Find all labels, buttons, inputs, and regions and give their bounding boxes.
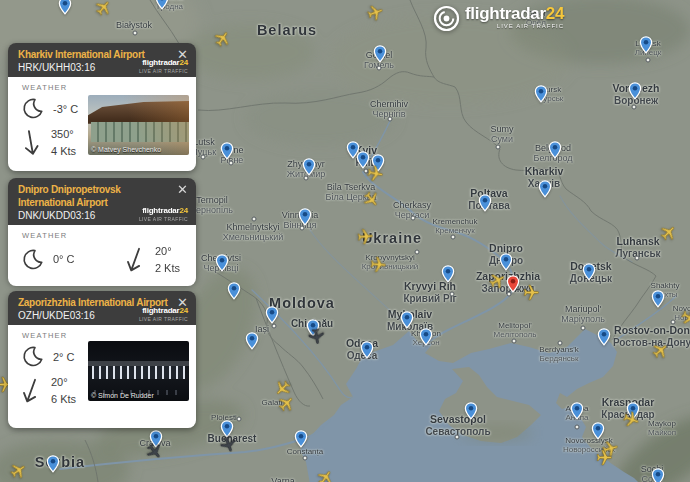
airport-pin-blue[interactable] — [302, 158, 317, 177]
airport-panel-kharkiv: Kharkiv International Airport HRK/UKHH03… — [8, 43, 196, 171]
aircraft-icon[interactable] — [6, 458, 30, 482]
airport-pin-blue[interactable] — [651, 468, 666, 482]
airport-pin-blue[interactable] — [298, 208, 313, 227]
airport-pin-blue[interactable] — [548, 141, 563, 160]
panel-brand-logo: flightradar24LIVE AIR TRAFFIC — [139, 52, 188, 74]
airport-pin-blue[interactable] — [591, 422, 606, 441]
airport-pin-blue[interactable] — [155, 0, 170, 11]
airport-pin-blue[interactable] — [651, 290, 666, 309]
aircraft-icon[interactable] — [596, 449, 613, 466]
city-dot — [455, 435, 460, 440]
aircraft-icon[interactable] — [210, 26, 234, 50]
city-dot — [388, 117, 393, 122]
moon-icon — [20, 248, 44, 272]
airport-pin-blue[interactable] — [538, 180, 553, 199]
aircraft-icon[interactable] — [313, 465, 337, 482]
temperature-row: -3° C — [20, 97, 78, 121]
wind-arrow-icon — [120, 243, 150, 277]
aircraft-icon[interactable] — [677, 305, 690, 328]
aircraft-icon[interactable] — [523, 284, 540, 301]
aircraft-icon[interactable] — [365, 163, 385, 183]
airport-pin-blue[interactable] — [597, 328, 612, 347]
wind-speed-value: 2 Kts — [155, 260, 180, 277]
city-label: Berdyans'kБердянськ — [539, 346, 578, 364]
country-label: Belarus — [257, 22, 317, 38]
airport-pin-blue[interactable] — [360, 341, 375, 360]
weather-label: WEATHER — [22, 231, 188, 240]
airport-pin-blue[interactable] — [400, 311, 415, 330]
airport-photo: © Simon De Rudder — [88, 341, 189, 401]
airport-pin-blue[interactable] — [464, 402, 479, 421]
temperature-value: 2° C — [53, 349, 75, 366]
city-dot — [646, 58, 651, 63]
airport-pin-blue[interactable] — [570, 402, 585, 421]
city-dot — [558, 341, 563, 346]
airport-pin-blue[interactable] — [373, 45, 388, 64]
airport-pin-blue[interactable] — [478, 194, 493, 213]
city-dot — [415, 250, 420, 255]
airport-pin-blue[interactable] — [227, 282, 242, 301]
airport-pin-blue[interactable] — [639, 36, 654, 55]
moon-icon — [20, 97, 44, 121]
temperature-row: 0° C — [20, 243, 75, 276]
wind-speed-value: 6 Kts — [51, 391, 76, 408]
brand-text: flightradar24 — [465, 5, 564, 22]
airport-pin-blue[interactable] — [265, 306, 280, 325]
city-label: Białystok — [116, 20, 152, 30]
city-dot — [635, 256, 640, 261]
city-dot — [451, 235, 456, 240]
airport-pin-blue[interactable] — [245, 332, 260, 351]
city-label: KhmelnytskyiХмельницький — [223, 222, 284, 242]
airport-pin-blue[interactable] — [419, 328, 434, 347]
city-dot — [450, 292, 455, 297]
aircraft-icon[interactable] — [369, 255, 387, 273]
close-icon[interactable]: ✕ — [177, 183, 188, 196]
panel-brand-logo: flightradar24LIVE AIR TRAFFIC — [139, 300, 188, 322]
airport-photo: © Matvey Shevchenko — [88, 95, 189, 155]
airport-pin-blue[interactable] — [628, 82, 643, 101]
wind-direction-value: 350° — [51, 126, 76, 143]
aircraft-icon[interactable] — [356, 227, 374, 245]
brand-tagline: LIVE AIR TRAFFIC — [465, 23, 564, 29]
panel-body: WEATHER 2° C 20° 6 Kts © Simon — [8, 325, 196, 428]
airport-pin-blue[interactable] — [441, 265, 456, 284]
temperature-row: 2° C — [20, 345, 76, 369]
moon-icon — [20, 345, 44, 369]
city-dot — [671, 320, 676, 325]
city-dot — [512, 339, 517, 344]
wind-arrow-icon — [16, 374, 46, 408]
wind-row: 20° 6 Kts — [20, 374, 76, 407]
city-dot — [496, 145, 501, 150]
city-dot — [133, 31, 138, 36]
wind-direction-value: 20° — [51, 374, 76, 391]
city-dot — [581, 326, 586, 331]
city-dot — [575, 425, 580, 430]
city-label: Mariupol'Маріуполь — [561, 304, 605, 324]
city-dot — [377, 66, 382, 71]
airport-pin-blue[interactable] — [58, 0, 73, 16]
airport-pin-blue[interactable] — [534, 85, 549, 104]
aircraft-icon[interactable] — [656, 220, 680, 244]
city-label: Varna — [271, 476, 294, 482]
wind-speed-value: 4 Kts — [51, 143, 76, 160]
weather-label: WEATHER — [22, 331, 188, 340]
aircraft-icon[interactable] — [91, 0, 115, 19]
city-dot — [237, 417, 242, 422]
airport-panel-dnipro: Dnipro Dnipropetrovsk International Airp… — [8, 178, 196, 284]
city-dot — [632, 105, 637, 110]
aircraft-icon[interactable] — [648, 338, 672, 362]
airport-pin-blue[interactable] — [220, 142, 235, 161]
airport-pin-blue[interactable] — [294, 430, 309, 449]
airport-pin-blue[interactable] — [215, 254, 230, 273]
airport-pin-blue[interactable] — [46, 455, 61, 474]
aircraft-icon[interactable] — [364, 1, 386, 23]
city-label: MaykopМайкоп — [648, 420, 676, 438]
panel-body: WEATHER -3° C 350° 4 Kts © Mat — [8, 77, 196, 171]
flightradar24-logo[interactable]: flightradar24 LIVE AIR TRAFFIC — [433, 5, 564, 32]
airport-pin-blue[interactable] — [582, 263, 597, 282]
panel-header: Dnipro Dnipropetrovsk International Airp… — [8, 178, 196, 225]
photo-credit: © Matvey Shevchenko — [91, 146, 161, 153]
aircraft-icon[interactable] — [306, 326, 326, 346]
city-dot — [411, 216, 416, 221]
aircraft-icon[interactable] — [359, 187, 383, 211]
